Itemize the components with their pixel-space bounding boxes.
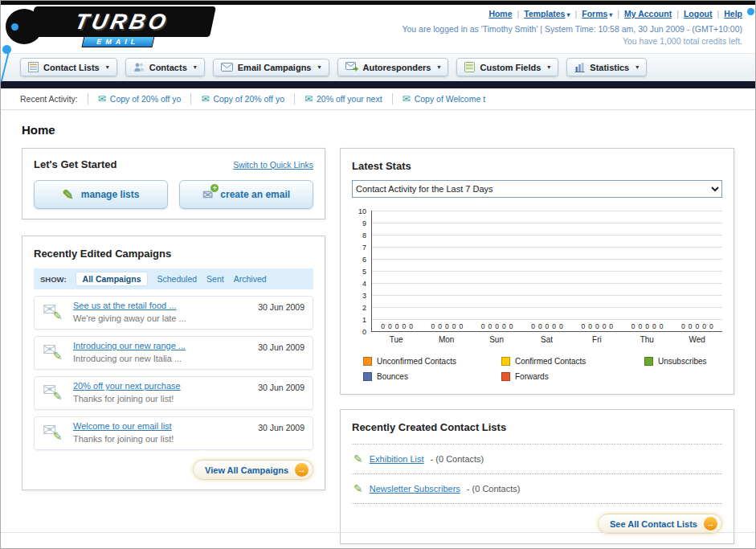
tab-custom-fields[interactable]: Custom Fields ▾: [456, 58, 558, 76]
switch-to-quick-links[interactable]: Switch to Quick Links: [233, 160, 313, 170]
contact-activity-chart: 012345678910 000000000000000000000000000…: [352, 211, 722, 381]
email-edit-icon: ✉✎: [43, 423, 67, 445]
recent-activity-item[interactable]: ✉ Copy of 20% off yo: [190, 93, 294, 104]
see-all-contact-lists-button[interactable]: See All Contact Lists →: [598, 514, 722, 534]
contact-list-link[interactable]: Newsletter Subscribers: [370, 484, 460, 494]
chart-value-label: 0: [445, 322, 449, 330]
legend-swatch: [644, 357, 653, 366]
top-link-label: Logout: [684, 9, 713, 18]
chart-value-label: 0: [495, 322, 499, 330]
top-link-my-account[interactable]: My Account: [612, 9, 672, 18]
legend-item: Bounces: [363, 372, 501, 381]
top-link-logout[interactable]: Logout: [672, 9, 712, 18]
campaign-row[interactable]: ✉✎ See us at the retail food ... We're g…: [34, 296, 313, 330]
filter-scheduled[interactable]: Scheduled: [157, 274, 197, 284]
view-all-campaigns-button[interactable]: View All Campaigns →: [193, 460, 313, 480]
filter-sent[interactable]: Sent: [206, 274, 224, 284]
left-column: Let's Get Started Switch to Quick Links …: [22, 148, 325, 490]
chevron-down-icon: ▾: [635, 64, 639, 71]
campaign-subtitle: We're giving away our late ...: [73, 313, 186, 323]
chart-y-tick-label: 2: [362, 304, 366, 312]
chart-value-label: 0: [709, 322, 713, 330]
chart-bar-group: 00000: [422, 322, 472, 331]
chart-value-label: 0: [395, 322, 399, 330]
chart-value-label: 0: [502, 322, 506, 330]
top-link-home[interactable]: Home: [488, 9, 512, 18]
email-campaigns-icon: [221, 63, 233, 72]
tab-autoresponders[interactable]: Autoresponders ▾: [337, 58, 449, 76]
recent-activity-label: Recent Activity:: [20, 94, 78, 104]
top-link-templates[interactable]: Templates▾: [513, 9, 570, 18]
chart-bar-group: 00000: [672, 322, 722, 331]
tab-contact-lists[interactable]: Contact Lists ▾: [20, 58, 117, 76]
chart-plot-area: 00000000000000000000000000000000000: [371, 211, 722, 332]
chart-value-label: 0: [631, 322, 635, 330]
chevron-down-icon: ▾: [106, 64, 109, 71]
campaign-row[interactable]: ✉✎ 20% off your next purchase Thanks for…: [34, 376, 313, 410]
tab-email-campaigns[interactable]: Email Campaigns ▾: [213, 59, 329, 76]
legend-item: Confirmed Contacts: [501, 357, 644, 366]
chart-y-tick-label: 9: [362, 219, 366, 227]
tab-statistics[interactable]: Statistics ▾: [566, 58, 647, 76]
contact-list-item[interactable]: ✎ Newsletter Subscribers - (0 Contacts): [352, 473, 722, 503]
recent-activity-link[interactable]: Copy of 20% off yo: [213, 94, 284, 104]
chart-value-label: 0: [481, 322, 485, 330]
manage-lists-button[interactable]: ✎ manage lists: [34, 180, 168, 209]
dark-divider-bar: [1, 81, 755, 88]
chart-x-tick-label: Tue: [371, 335, 421, 344]
chart-value-label: 0: [595, 322, 599, 330]
campaigns-filter-bar: SHOW: All Campaigns Scheduled Sent Archi…: [34, 268, 313, 289]
tab-contacts[interactable]: Contacts ▾: [125, 58, 205, 76]
legend-label: Forwards: [515, 372, 549, 381]
recent-activity-link[interactable]: Copy of 20% off yo: [110, 94, 182, 104]
create-email-button[interactable]: ✉+ create an email: [179, 180, 313, 209]
campaign-row[interactable]: ✉✎ Welcome to our email list Thanks for …: [34, 416, 313, 450]
recent-activity-item[interactable]: ✉ 20% off your next: [294, 93, 392, 104]
chart-y-tick-label: 4: [362, 280, 366, 288]
contact-list-item[interactable]: ✎ Exhibition List - (0 Contacts): [352, 444, 722, 473]
top-link-label: Help: [724, 9, 742, 18]
filter-archived[interactable]: Archived: [234, 274, 267, 284]
custom-fields-icon: [464, 62, 475, 72]
chart-value-label: 0: [531, 322, 535, 330]
arrow-right-icon: →: [295, 463, 309, 477]
recent-activity-link[interactable]: Copy of Welcome t: [415, 94, 486, 104]
chart-value-label: 0: [702, 322, 706, 330]
logo-subtitle: EMAIL: [82, 36, 155, 47]
chart-y-tick-label: 8: [362, 231, 366, 240]
top-link-help[interactable]: Help: [713, 9, 743, 18]
chart-value-label: 0: [695, 322, 699, 330]
contact-list-link[interactable]: Exhibition List: [370, 454, 424, 464]
recent-activity-bar: Recent Activity: ✉ Copy of 20% off yo ✉ …: [1, 88, 755, 110]
campaign-title-link[interactable]: Welcome to our email list: [73, 421, 251, 431]
main-nav-tabs: Contact Lists ▾ Contacts ▾ Email Campaig…: [1, 53, 755, 81]
header: TURBO EMAIL HomeTemplates▾Forms▾My Accou…: [1, 5, 755, 53]
chart-value-label: 0: [652, 322, 656, 330]
campaign-subtitle: Introducing our new Italia ...: [73, 354, 182, 363]
top-link-forms[interactable]: Forms▾: [570, 9, 612, 18]
campaign-title-link[interactable]: See us at the retail food ...: [73, 301, 251, 310]
chart-legend: Unconfirmed Contacts Confirmed Contacts …: [363, 357, 722, 381]
campaign-title-link[interactable]: Introducing our new range ...: [73, 341, 251, 350]
campaign-date: 30 Jun 2009: [258, 302, 304, 312]
tab-label: Statistics: [590, 63, 629, 72]
login-status: You are logged in as 'Timothy Smith' | S…: [402, 24, 742, 34]
app-logo[interactable]: TURBO EMAIL: [6, 6, 221, 48]
stats-period-select[interactable]: Contact Activity for the Last 7 Days: [352, 180, 722, 198]
pencil-icon: ✎: [353, 453, 363, 465]
recent-activity-link[interactable]: 20% off your next: [317, 94, 382, 104]
right-column: Latest Stats Contact Activity for the La…: [340, 148, 734, 544]
filter-all-campaigns[interactable]: All Campaigns: [76, 272, 148, 285]
campaign-title-link[interactable]: 20% off your next purchase: [73, 381, 251, 391]
see-all-contact-lists-label: See All Contact Lists: [610, 519, 697, 529]
chart-bar-group: 00000: [522, 322, 572, 331]
chart-y-tick-label: 6: [362, 256, 366, 264]
recent-activity-item[interactable]: ✉ Copy of 20% off yo: [88, 93, 191, 104]
chart-x-tick-label: Thu: [622, 335, 672, 344]
legend-item: Unsubscribes: [644, 357, 722, 366]
recent-activity-item[interactable]: ✉ Copy of Welcome t: [392, 93, 496, 104]
campaign-row[interactable]: ✉✎ Introducing our new range ... Introdu…: [34, 336, 313, 370]
chart-value-label: 0: [559, 322, 563, 330]
campaign-date: 30 Jun 2009: [258, 383, 304, 392]
chart-x-tick-label: Fri: [572, 335, 622, 344]
